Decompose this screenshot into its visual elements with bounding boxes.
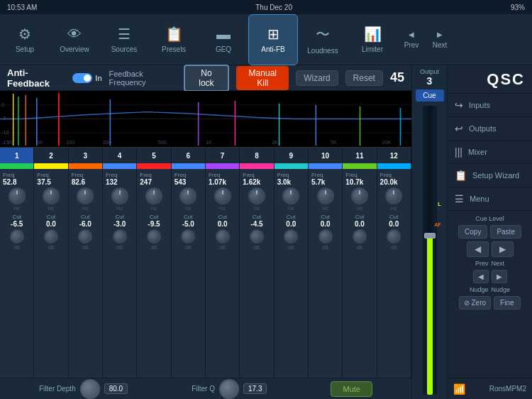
sidebar-outputs-label: Outputs <box>469 124 497 133</box>
ch7-freq-knob[interactable] <box>214 187 231 204</box>
ch3-freq-knob[interactable] <box>77 187 94 204</box>
ch9-cut-label: Cut <box>287 214 295 220</box>
ch12-freq-knob[interactable] <box>385 187 402 204</box>
ch8-db-label: dB <box>254 245 260 250</box>
nav-limiter[interactable]: 📊 Limiter <box>348 14 397 65</box>
manual-kill-button[interactable]: Manual Kill <box>236 66 289 90</box>
prev-next-row: ◀ ▶ <box>467 241 514 257</box>
ch4-cut-val: -3.0 <box>113 220 126 228</box>
ch5-freq-knob[interactable] <box>145 187 162 204</box>
ch3-hz-label: Hz <box>82 206 89 211</box>
cue-button[interactable]: Cue <box>416 89 444 102</box>
fine-button[interactable]: Fine <box>494 296 520 310</box>
sidebar-item-setup-wizard[interactable]: 📋 Setup Wizard <box>448 164 532 187</box>
ch11-db-label: dB <box>357 245 363 250</box>
sidebar-item-mixer[interactable]: ||| Mixer <box>448 141 532 164</box>
ch-num-4[interactable]: 4 <box>103 148 137 163</box>
filter-depth-knob[interactable] <box>80 379 100 399</box>
ch4-freq-knob[interactable] <box>111 187 128 204</box>
nav-sources[interactable]: ☰ Sources <box>99 14 149 65</box>
ch-num-7[interactable]: 7 <box>206 148 240 163</box>
ch-num-2[interactable]: 2 <box>34 148 68 163</box>
ch11-freq-knob[interactable] <box>351 187 368 204</box>
mute-button[interactable]: Mute <box>331 381 372 397</box>
ch-num-9[interactable]: 9 <box>275 148 309 163</box>
toggle-in-switch[interactable] <box>72 73 92 83</box>
ch8-cut-knob[interactable] <box>250 229 264 244</box>
wizard-button[interactable]: Wizard <box>296 70 338 86</box>
nav-overview[interactable]: 👁 Overview <box>50 14 99 65</box>
ch9-cut-knob[interactable] <box>284 229 298 244</box>
nav-setup[interactable]: ⚙ Setup <box>0 14 50 65</box>
color-bar-12 <box>377 163 411 169</box>
ch11-cut-knob[interactable] <box>353 229 367 244</box>
nav-next[interactable]: ▶ Next <box>426 14 454 65</box>
ch3-freq-label: Freq <box>72 172 83 178</box>
center-content: Anti-Feedback In Feedback Frequency No l… <box>0 65 411 399</box>
ch11-cut-val: 0.0 <box>355 220 365 228</box>
status-bar: 10:53 AM Thu Dec 20 93% <box>0 0 532 14</box>
frequency-graph: 0 -5 -10 -15 20 50 100 200 500 1K 2K 5K … <box>0 91 411 147</box>
color-bar-7 <box>206 163 240 169</box>
nudge-plus-button[interactable]: ▶ <box>492 270 507 283</box>
ch-strip-9: Freq 3.0k Hz Cut 0.0 dB <box>275 169 309 378</box>
ch6-freq-knob[interactable] <box>179 187 196 204</box>
ch6-cut-label: Cut <box>184 214 192 220</box>
sidebar-prev-button[interactable]: ◀ <box>467 241 489 257</box>
ch2-cut-knob[interactable] <box>44 229 58 244</box>
sidebar-next-button[interactable]: ▶ <box>492 241 514 257</box>
ch4-cut-knob[interactable] <box>113 229 127 244</box>
ch12-cut-knob[interactable] <box>387 229 401 244</box>
sidebar-item-inputs[interactable]: ↪ Inputs <box>448 94 532 117</box>
copy-button[interactable]: Copy <box>458 225 487 239</box>
ch-num-3[interactable]: 3 <box>69 148 103 163</box>
ch-strip-5: Freq 247 Hz Cut -9.5 dB <box>137 169 171 378</box>
reset-button[interactable]: Reset <box>345 70 383 86</box>
ch12-freq-label: Freq <box>380 172 392 178</box>
svg-text:-10: -10 <box>1 130 9 136</box>
nav-prev[interactable]: ◀ Prev <box>397 14 426 65</box>
ch1-cut-knob[interactable] <box>10 229 24 244</box>
ch9-db-label: dB <box>288 245 294 250</box>
ch2-freq-knob[interactable] <box>43 187 60 204</box>
ch7-cut-knob[interactable] <box>216 229 230 244</box>
ch9-freq-knob[interactable] <box>282 187 299 204</box>
sidebar-item-menu[interactable]: ☰ Menu <box>448 187 532 211</box>
filter-q-knob[interactable] <box>219 379 239 399</box>
ch-strip-10: Freq 5.7k Hz Cut 0.0 dB <box>309 169 343 378</box>
ch10-cut-knob[interactable] <box>318 229 333 244</box>
ch4-hz-label: Hz <box>116 206 123 211</box>
ch1-freq-knob[interactable] <box>9 187 26 204</box>
ch-num-12[interactable]: 12 <box>377 148 411 163</box>
nav-presets[interactable]: 📋 Presets <box>149 14 199 65</box>
ch5-cut-knob[interactable] <box>147 229 161 244</box>
nudge-minus-button[interactable]: ◀ <box>473 270 489 283</box>
ch1-freq-val: 52.8 <box>3 178 16 186</box>
status-battery: 93% <box>511 4 525 11</box>
fader-handle[interactable] <box>424 233 436 239</box>
ch-strip-2: Freq 37.5 Hz Cut 0.0 dB <box>34 169 68 378</box>
cue-level-label: Cue Level <box>475 215 504 222</box>
ch1-freq-label: Freq <box>3 172 14 178</box>
nav-loudness[interactable]: 〜 Loudness <box>298 14 348 65</box>
paste-button[interactable]: Paste <box>490 225 521 239</box>
nav-geq[interactable]: ▬ GEQ <box>199 14 248 65</box>
ch6-cut-knob[interactable] <box>181 229 195 244</box>
ch5-freq-label: Freq <box>140 172 151 178</box>
ch-num-1[interactable]: 1 <box>0 148 34 163</box>
ch-num-10[interactable]: 10 <box>309 148 343 163</box>
no-lock-button[interactable]: No lock <box>184 65 230 92</box>
nav-antifb[interactable]: ⊞ Anti-FB <box>248 14 298 65</box>
qsc-brand-text: QSC <box>487 70 525 89</box>
ch9-hz-label: Hz <box>288 206 294 211</box>
ch3-cut-knob[interactable] <box>78 229 92 244</box>
sidebar-item-outputs[interactable]: ↩ Outputs <box>448 117 532 141</box>
ch-num-5[interactable]: 5 <box>137 148 171 163</box>
color-bar-10 <box>309 163 343 169</box>
ch10-freq-knob[interactable] <box>317 187 334 204</box>
zero-button[interactable]: ⊘ Zero <box>459 296 491 310</box>
ch-num-6[interactable]: 6 <box>172 148 206 163</box>
ch-num-8[interactable]: 8 <box>240 148 274 163</box>
ch-num-11[interactable]: 11 <box>343 148 377 163</box>
ch8-freq-knob[interactable] <box>248 187 265 204</box>
